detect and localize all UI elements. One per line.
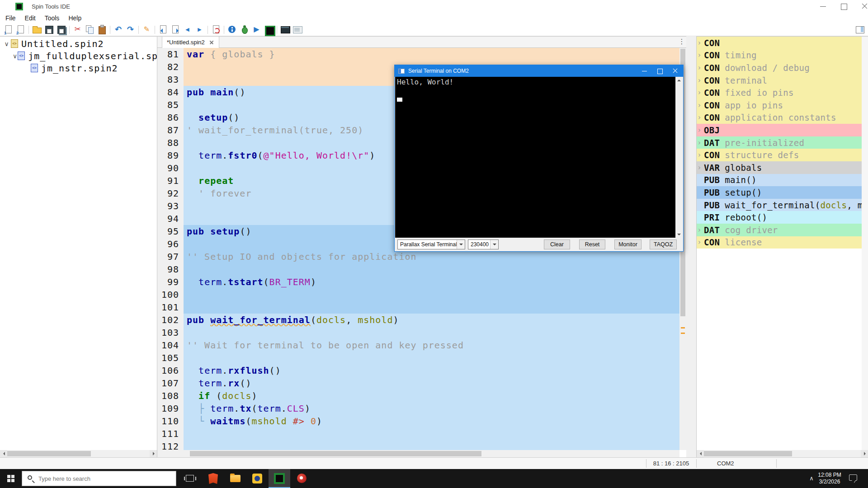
search-input[interactable]: [38, 471, 170, 486]
taskbar-app-red[interactable]: [291, 469, 312, 488]
save-button[interactable]: [43, 24, 55, 35]
outline-vscrollbar[interactable]: [862, 37, 868, 450]
serial-terminal-titlebar[interactable]: Serial Terminal on COM2: [395, 65, 683, 77]
taskbar-clock[interactable]: 12:08 PM 3/2/2026: [816, 472, 843, 485]
outline-chevron-icon[interactable]: ›: [697, 226, 704, 234]
outline-row-dat-pre-initialized[interactable]: ›DATpre-initialized: [697, 136, 862, 149]
outline-row-con-timing[interactable]: ›CONtiming: [697, 49, 862, 62]
start-button[interactable]: [0, 469, 22, 488]
outline-chevron-icon[interactable]: ›: [697, 64, 704, 72]
scroll-right-arrow[interactable]: [861, 450, 868, 457]
editor-options-icon[interactable]: ⋮: [678, 38, 685, 47]
tray-expand-chevron[interactable]: ∧: [806, 473, 817, 484]
warning-mark[interactable]: [681, 333, 685, 334]
expand-chevron-icon[interactable]: ∨: [3, 40, 11, 47]
outline-chevron-icon[interactable]: ›: [697, 76, 704, 84]
scroll-left-arrow[interactable]: [697, 450, 704, 457]
save-all-button[interactable]: [56, 24, 67, 35]
close-button[interactable]: [855, 0, 868, 13]
outline-row-dat-cog-driver[interactable]: ›DATcog driver: [697, 224, 862, 236]
outline-row-pub-setup-[interactable]: PUBsetup(): [697, 186, 862, 199]
outline-row-obj[interactable]: ›OBJ: [697, 124, 862, 136]
terminal-maximize-button[interactable]: [652, 65, 668, 77]
clear-button[interactable]: Clear: [544, 239, 570, 249]
new-spin2-button[interactable]: 2: [15, 24, 26, 35]
outline-row-pub-wait_for_terminal-[interactable]: PUBwait_for_terminal(docls, m: [697, 199, 862, 211]
notification-center-icon[interactable]: [849, 474, 857, 481]
scroll-down-arrow[interactable]: [677, 234, 681, 235]
taskbar-app-spin-tools[interactable]: [269, 469, 290, 488]
undo-button[interactable]: ↶: [113, 24, 124, 35]
title-bar[interactable]: Spin Tools IDE: [0, 0, 868, 13]
outline-row-con-terminal[interactable]: ›CONterminal: [697, 74, 862, 87]
outline-row-con-download-debug[interactable]: ›CONdownload / debug: [697, 61, 862, 74]
scroll-right-arrow[interactable]: [150, 450, 157, 457]
task-view-button[interactable]: [179, 469, 201, 488]
outline-row-pri-reboot-[interactable]: PRIreboot(): [697, 211, 862, 224]
info-button[interactable]: [226, 24, 238, 35]
baud-rate-select[interactable]: 230400: [468, 239, 499, 249]
minimize-button[interactable]: [814, 0, 835, 13]
run-button[interactable]: ▶: [251, 24, 262, 35]
scroll-up-arrow[interactable]: [677, 80, 681, 81]
terminal-close-button[interactable]: [668, 65, 683, 77]
outline-chevron-icon[interactable]: ›: [697, 113, 704, 122]
panel-splitter[interactable]: [686, 36, 696, 457]
program-button[interactable]: [263, 24, 274, 35]
outline-chevron-icon[interactable]: ›: [697, 164, 704, 172]
tree-item-untitled-spin2[interactable]: ∨<>Untitled.spin2: [0, 38, 157, 50]
outline-chevron-icon[interactable]: ›: [697, 39, 704, 47]
debug-button[interactable]: [239, 24, 250, 35]
expand-chevron-icon[interactable]: ∨: [13, 52, 18, 60]
outline-row-con[interactable]: ›CON: [697, 37, 862, 49]
toggle-outline-panel-button[interactable]: [854, 25, 865, 35]
terminal-output-area[interactable]: Hello, World!: [395, 77, 676, 238]
taqoz-button[interactable]: TAQOZ: [650, 239, 677, 249]
open-button[interactable]: [31, 24, 42, 35]
outline-chevron-icon[interactable]: ›: [697, 238, 704, 246]
outline-chevron-icon[interactable]: ›: [697, 126, 704, 134]
taskbar-search[interactable]: [22, 471, 176, 486]
back-button[interactable]: ◄: [182, 24, 193, 35]
tree-item-jm_fullduplexserial-spin[interactable]: ∨<>jm_fullduplexserial.spin: [0, 50, 157, 62]
menu-edit[interactable]: Edit: [20, 13, 40, 23]
redo-button[interactable]: ↷: [125, 24, 136, 35]
outline-hscrollbar[interactable]: [697, 450, 868, 457]
outline-row-con-license[interactable]: ›CONlicense: [697, 236, 862, 249]
outline-chevron-icon[interactable]: ›: [697, 101, 704, 109]
outline-chevron-icon[interactable]: ›: [697, 51, 704, 59]
scrollbar-thumb[interactable]: [7, 451, 91, 456]
terminal-minimize-button[interactable]: [637, 65, 652, 77]
outline-chevron-icon[interactable]: ›: [697, 89, 704, 97]
menu-tools[interactable]: Tools: [40, 13, 64, 23]
outline-chevron-icon[interactable]: ›: [697, 139, 704, 147]
outline-row-con-app-io-pins[interactable]: ›CONapp io pins: [697, 99, 862, 112]
outline-row-con-structure-defs[interactable]: ›CONstructure defs: [697, 149, 862, 161]
taskbar-app-explorer[interactable]: [224, 469, 246, 488]
new-spin1-button[interactable]: 1: [3, 24, 14, 35]
terminal-vscrollbar[interactable]: [675, 77, 683, 238]
cut-button[interactable]: ✂: [72, 24, 83, 35]
outline-row-var-globals[interactable]: ›VARglobals: [697, 161, 862, 174]
outline-row-pub-main-[interactable]: PUBmain(): [697, 174, 862, 187]
menu-file[interactable]: File: [1, 13, 20, 23]
scrollbar-thumb[interactable]: [190, 451, 481, 456]
maximize-button[interactable]: [835, 0, 855, 13]
forward-button[interactable]: ►: [194, 24, 205, 35]
outline-row-con-application-constants[interactable]: ›CONapplication constants: [697, 112, 862, 124]
reset-button[interactable]: Reset: [579, 239, 605, 249]
taskbar-app-yellow[interactable]: [246, 469, 268, 488]
outline-chevron-icon[interactable]: ›: [697, 151, 704, 159]
copy-button[interactable]: [84, 24, 95, 35]
format-button[interactable]: ✎: [141, 24, 152, 35]
menu-help[interactable]: Help: [64, 13, 86, 23]
file-tree-hscrollbar[interactable]: [0, 450, 157, 457]
monitor-button[interactable]: Monitor: [614, 239, 642, 249]
terminal-button[interactable]: [279, 24, 291, 35]
terminal-type-select[interactable]: Parallax Serial Terminal: [397, 239, 465, 249]
scroll-left-arrow[interactable]: [0, 450, 7, 457]
outline-row-con-fixed-io-pins[interactable]: ›CONfixed io pins: [697, 86, 862, 99]
tree-item-jm_nstr-spin2[interactable]: <>jm_nstr.spin2: [0, 62, 157, 74]
next-tab-button[interactable]: [170, 24, 181, 35]
taskbar-app-brave[interactable]: [202, 469, 224, 488]
